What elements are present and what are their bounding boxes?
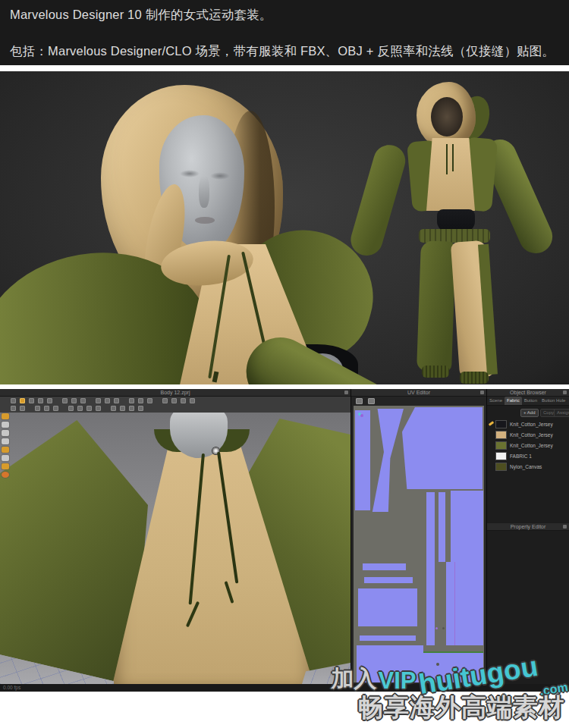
toolbar-row-1 — [11, 398, 195, 403]
object-browser-header[interactable]: Object Browser — [487, 389, 569, 397]
uv-toolbar-icon-2[interactable] — [368, 398, 375, 404]
product-render-image — [0, 71, 569, 384]
toolbar-icon[interactable] — [138, 406, 143, 411]
fabric-list-item[interactable]: Knit_Cotton_Jersey — [487, 419, 569, 430]
panel-menu-icon[interactable] — [563, 525, 567, 529]
viewport-tool-icon[interactable] — [2, 463, 9, 469]
toolbar-icon[interactable] — [171, 398, 177, 403]
toolbar-icon[interactable] — [120, 406, 125, 411]
uv-toolbar-icon-1[interactable] — [356, 398, 363, 404]
toolbar-icon[interactable] — [190, 398, 195, 403]
panel-menu-icon[interactable] — [480, 391, 484, 394]
lips-shadow — [195, 217, 215, 224]
uv-piece — [439, 492, 445, 562]
viewport-title: Body 12.zprj — [161, 390, 190, 395]
fabric-list-item[interactable]: Knit_Cotton_Jersey — [487, 441, 569, 451]
tab-button-hole[interactable]: Button Hole — [539, 397, 567, 405]
viewport-3d-canvas[interactable] — [0, 413, 351, 684]
uv-piece — [363, 563, 406, 570]
viewport-tool-icon[interactable] — [2, 413, 9, 419]
fabric-name: Knit_Cotton_Jersey — [510, 422, 553, 427]
uv-piece — [360, 635, 416, 641]
toolbar-icon[interactable] — [68, 406, 74, 411]
toolbar-icon[interactable] — [77, 406, 83, 411]
toolbar-icon[interactable] — [129, 398, 134, 403]
uv-piece — [358, 588, 417, 626]
uv-cursor-icon — [360, 414, 363, 417]
viewport-header[interactable]: Body 12.zprj — [0, 389, 351, 397]
toolbar-icon[interactable] — [96, 398, 101, 403]
fabric-list-item[interactable]: FABRIC 1 — [487, 451, 569, 462]
toolbar-icon[interactable] — [11, 406, 16, 411]
toolbar-icon[interactable] — [138, 398, 143, 403]
toolbar-icon[interactable] — [111, 406, 116, 411]
watermark-join-vip: 加入 — [331, 664, 376, 695]
property-editor-title: Property Editor — [511, 524, 546, 529]
object-browser-actions: + Add Copy Assign — [487, 407, 569, 417]
render-right-figure — [364, 71, 569, 384]
viewport-toolbar — [0, 397, 351, 413]
panel-menu-icon[interactable] — [563, 391, 567, 394]
fabric-selected-pencil-icon — [489, 421, 494, 425]
viewport-tool-icon[interactable] — [2, 447, 9, 453]
tab-fabric[interactable]: Fabric — [505, 397, 522, 405]
watermark-tagline: 畅享海外高端素材 — [358, 691, 564, 725]
uv-piece — [446, 562, 483, 645]
panel-menu-icon[interactable] — [344, 391, 348, 394]
fabric-list-item[interactable]: Knit_Cotton_Jersey — [487, 430, 569, 441]
toolbar-icon[interactable] — [44, 406, 49, 411]
toolbar-icon[interactable] — [38, 398, 43, 403]
cuff — [460, 372, 489, 384]
toolbar-icon[interactable] — [162, 398, 168, 403]
fabric-list-item[interactable]: Nylon_Canvas — [487, 462, 569, 472]
marvelous-designer-screenshot: Body 12.zprj — [0, 389, 569, 692]
toolbar-icon[interactable] — [114, 398, 119, 403]
object-browser-tabs: Scene Fabric Button Button Hole Topstitc… — [487, 397, 569, 406]
fabric-swatch — [495, 431, 507, 439]
assign-button[interactable]: Assign — [554, 409, 569, 417]
toolbar-icon[interactable] — [62, 398, 68, 403]
uv-piece — [364, 577, 413, 583]
eye-shadow-right — [210, 172, 230, 180]
object-browser-title: Object Browser — [510, 390, 546, 395]
toolbar-icon[interactable] — [35, 406, 40, 411]
uv-canvas[interactable] — [354, 406, 484, 682]
toolbar-icon[interactable] — [11, 398, 16, 403]
toolbar-icon[interactable] — [86, 406, 92, 411]
uv-piece — [355, 410, 370, 510]
viewport-tool-icon[interactable] — [2, 430, 9, 436]
toolbar-icon[interactable] — [71, 398, 77, 403]
watermark-line-1: 加入 VIP huitugou .com — [331, 663, 567, 695]
toolbar-icon[interactable] — [47, 398, 52, 403]
toolbar-icon[interactable] — [96, 406, 101, 411]
uv-editor-header[interactable]: UV Editor — [351, 389, 486, 397]
toolbar-icon[interactable] — [105, 398, 110, 403]
toolbar-icon[interactable] — [147, 398, 152, 403]
viewport-tool-icon[interactable] — [2, 422, 9, 428]
property-editor-header[interactable]: Property Editor — [487, 523, 569, 531]
toolbar-icon[interactable] — [29, 398, 34, 403]
toolbar-icon[interactable] — [53, 406, 58, 411]
viewport-tool-icon[interactable] — [2, 455, 9, 461]
toolbar-icon[interactable] — [20, 406, 25, 411]
toolbar-icon[interactable] — [129, 406, 134, 411]
torso-tan-panel — [426, 138, 475, 211]
viewport-tool-icon[interactable] — [2, 438, 9, 444]
fabric-name: Knit_Cotton_Jersey — [510, 443, 553, 448]
toolbar-icon[interactable] — [80, 398, 86, 403]
tab-scene[interactable]: Scene — [487, 397, 505, 405]
toolbar-icon[interactable] — [20, 398, 25, 403]
tab-button[interactable]: Button — [522, 397, 539, 405]
hood-opening — [431, 97, 463, 136]
fabric-list: Knit_Cotton_Jersey Knit_Cotton_Jersey Kn… — [487, 419, 569, 472]
eye-shadow-left — [180, 170, 200, 177]
fabric-swatch — [495, 420, 507, 428]
fabric-swatch — [495, 452, 507, 460]
drawstring — [452, 144, 454, 171]
product-contents: 包括：Marvelous Designer/CLO 场景，带有服装和 FBX、O… — [10, 43, 555, 60]
viewport-tool-icon[interactable] — [2, 472, 9, 478]
uv-button-dot — [442, 627, 445, 629]
add-button[interactable]: + Add — [520, 409, 539, 417]
toolbar-icon[interactable] — [181, 398, 186, 403]
uv-piece — [451, 491, 483, 562]
